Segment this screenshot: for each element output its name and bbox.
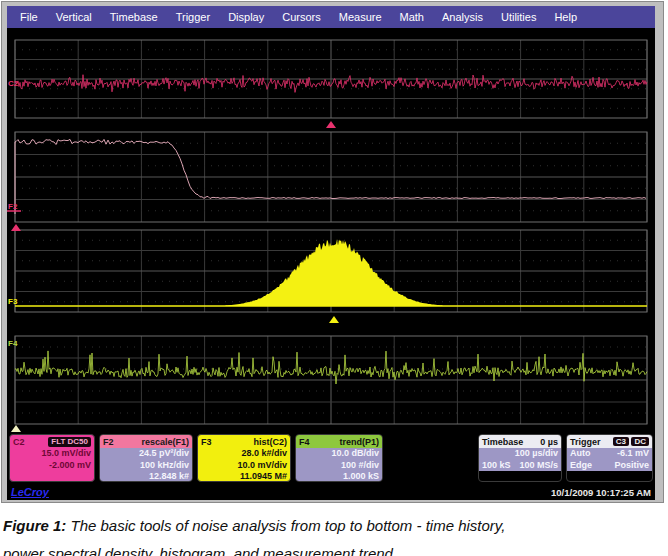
figure-caption-line2: power spectral density, histogram, and m… <box>3 545 393 556</box>
lecroy-logo: LeCroy <box>11 486 49 498</box>
waveform-display[interactable]: C2F2F3F4 <box>7 28 655 432</box>
trace-f4-descriptor[interactable]: F4 trend(P1) 10.0 dB/div 100 #/div 1.000… <box>295 434 383 482</box>
trace-f2-descriptor[interactable]: F2 rescale(F1) 24.5 pV²/div 100 kHz/div … <box>99 434 193 482</box>
trace-label-f2: F2 <box>8 202 18 211</box>
menu-item-timebase[interactable]: Timebase <box>101 11 167 23</box>
f3-label: F3 <box>201 437 212 447</box>
trace-label-c2: C2 <box>8 79 19 88</box>
trigger-level: -6.1 mV <box>617 448 649 460</box>
timebase-title: Timebase <box>482 437 523 447</box>
trigger-position-marker[interactable] <box>326 121 336 128</box>
f4-horizontal-scale: 100 #/div <box>296 460 382 472</box>
timebase-delay: 0 µs <box>540 437 558 447</box>
f4-length: 1.000 kS <box>296 471 382 482</box>
f4-vertical-scale: 10.0 dB/div <box>296 448 382 460</box>
menu-item-utilities[interactable]: Utilities <box>492 11 545 23</box>
f4-origin-marker[interactable] <box>11 425 21 432</box>
f3-vertical-scale: 28.0 k#/div <box>198 448 290 460</box>
trace-label-f4: F4 <box>8 339 18 348</box>
channel-c2-descriptor[interactable]: C2 FLT DC50 15.0 mV/div -2.000 mV <box>9 434 95 482</box>
menu-item-cursors[interactable]: Cursors <box>273 11 330 23</box>
bottom-strip: LeCroy 10/1/2009 10:17:25 AM <box>7 484 655 500</box>
oscilloscope-screen: File Vertical Timebase Trigger Display C… <box>7 6 655 500</box>
f2-function: rescale(F1) <box>141 437 189 447</box>
figure-caption: Figure 1: The basic tools of noise analy… <box>0 504 668 556</box>
figure-frame: File Vertical Timebase Trigger Display C… <box>1 1 664 503</box>
menu-bar: File Vertical Timebase Trigger Display C… <box>7 6 655 28</box>
timestamp: 10/1/2009 10:17:25 AM <box>551 487 651 498</box>
timebase-samplerate: 100 MS/s <box>519 460 558 472</box>
timebase-samples: 100 kS <box>482 460 511 472</box>
descriptor-row: C2 FLT DC50 15.0 mV/div -2.000 mV F2 res… <box>7 432 655 484</box>
trigger-mode: Auto <box>570 448 591 460</box>
trigger-source-badge: C3 <box>613 437 629 446</box>
f3-function: hist(C2) <box>254 437 288 447</box>
menu-item-trigger[interactable]: Trigger <box>167 11 219 23</box>
f2-origin-marker[interactable] <box>11 224 21 231</box>
menu-item-display[interactable]: Display <box>219 11 273 23</box>
f3-population: 11.0945 M# <box>198 471 290 482</box>
menu-item-measure[interactable]: Measure <box>330 11 391 23</box>
timebase-scale: 100 µs/div <box>515 448 558 460</box>
menu-item-vertical[interactable]: Vertical <box>47 11 101 23</box>
c2-label: C2 <box>13 437 25 447</box>
histogram-center-marker[interactable] <box>329 316 339 323</box>
figure-caption-line1: The basic tools of noise analysis from t… <box>71 517 506 534</box>
f2-vertical-scale: 24.5 pV²/div <box>100 448 192 460</box>
timebase-descriptor[interactable]: Timebase 0 µs 100 µs/div 100 kS100 MS/s <box>478 434 562 482</box>
f4-label: F4 <box>299 437 310 447</box>
f2-horizontal-scale: 100 kHz/div <box>100 460 192 472</box>
waveform-grids: C2F2F3F4 <box>7 28 655 432</box>
trigger-coupling-badge: DC <box>631 437 649 446</box>
trigger-slope: Positive <box>614 460 649 472</box>
menu-item-help[interactable]: Help <box>545 11 586 23</box>
trace-label-f3: F3 <box>8 297 18 306</box>
trigger-descriptor[interactable]: Trigger C3 DC Auto-6.1 mV EdgePositive <box>566 434 653 482</box>
c2-coupling-badge: FLT DC50 <box>48 437 91 447</box>
menu-item-math[interactable]: Math <box>391 11 433 23</box>
f2-label: F2 <box>103 437 114 447</box>
figure-caption-label: Figure 1: <box>3 517 66 534</box>
menu-item-file[interactable]: File <box>11 11 47 23</box>
trace-f3-descriptor[interactable]: F3 hist(C2) 28.0 k#/div 10.0 mV/div 11.0… <box>197 434 291 482</box>
c2-vertical-scale: 15.0 mV/div <box>10 448 94 460</box>
f2-points: 12.848 k# <box>100 471 192 482</box>
trigger-title: Trigger <box>570 437 601 447</box>
f4-function: trend(P1) <box>339 437 379 447</box>
c2-offset: -2.000 mV <box>10 460 94 472</box>
f3-horizontal-scale: 10.0 mV/div <box>198 460 290 472</box>
menu-item-analysis[interactable]: Analysis <box>433 11 492 23</box>
trigger-type: Edge <box>570 460 592 472</box>
